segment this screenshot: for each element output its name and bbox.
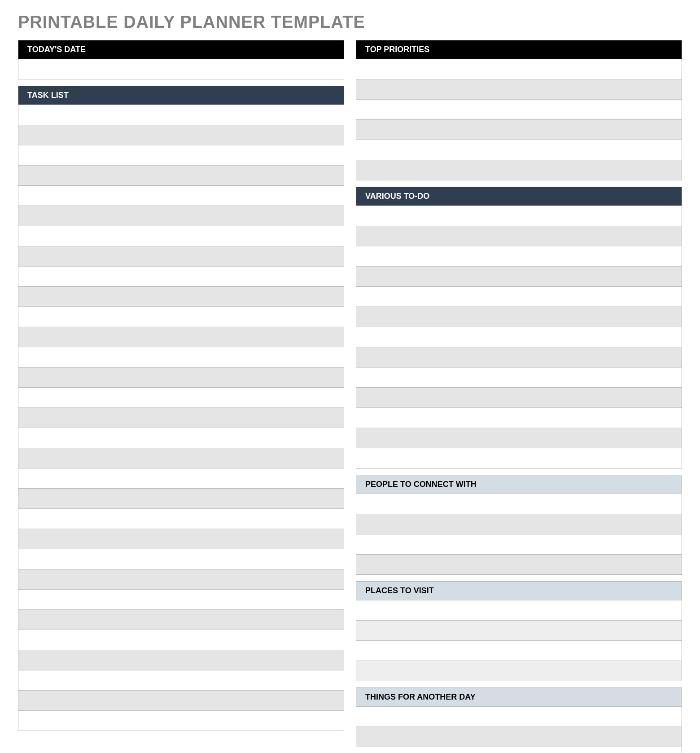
todo-row[interactable]	[356, 306, 682, 327]
todo-row[interactable]	[356, 206, 682, 226]
task-row[interactable]	[18, 105, 344, 125]
task-row[interactable]	[18, 286, 344, 306]
people-row[interactable]	[356, 514, 682, 534]
task-row[interactable]	[18, 246, 344, 266]
task-row[interactable]	[18, 508, 344, 529]
todo-row[interactable]	[356, 407, 682, 428]
task-row[interactable]	[18, 488, 344, 508]
people-row[interactable]	[356, 554, 682, 574]
priority-row[interactable]	[356, 79, 682, 99]
top-priorities-section: TOP PRIORITIES	[356, 40, 682, 180]
places-header: PLACES TO VISIT	[356, 582, 682, 600]
various-todo-header: VARIOUS TO-DO	[356, 187, 682, 206]
task-row[interactable]	[18, 266, 344, 286]
task-row[interactable]	[18, 448, 344, 468]
task-row[interactable]	[18, 589, 344, 609]
people-header: PEOPLE TO CONNECT WITH	[356, 475, 682, 494]
task-row[interactable]	[18, 549, 344, 569]
planner-page: PRINTABLE DAILY PLANNER TEMPLATE TODAY'S…	[0, 0, 700, 753]
todo-row[interactable]	[356, 246, 682, 266]
task-row[interactable]	[18, 306, 344, 327]
places-row[interactable]	[356, 661, 682, 681]
priority-row[interactable]	[356, 119, 682, 140]
todays-date-row[interactable]	[18, 59, 344, 79]
task-row[interactable]	[18, 710, 344, 731]
right-column: TOP PRIORITIES VARIOUS TO-DO	[356, 40, 682, 753]
task-row[interactable]	[18, 670, 344, 690]
task-list-header: TASK LIST	[18, 86, 344, 105]
places-row[interactable]	[356, 620, 682, 640]
left-column: TODAY'S DATE TASK LIST	[18, 40, 344, 753]
people-row[interactable]	[356, 494, 682, 514]
todays-date-header: TODAY'S DATE	[18, 40, 344, 59]
task-row[interactable]	[18, 468, 344, 488]
task-row[interactable]	[18, 145, 344, 165]
places-section: PLACES TO VISIT	[356, 581, 682, 681]
todo-row[interactable]	[356, 347, 682, 367]
task-row[interactable]	[18, 165, 344, 185]
todo-row[interactable]	[356, 266, 682, 286]
columns: TODAY'S DATE TASK LIST	[18, 40, 682, 753]
todo-row[interactable]	[356, 428, 682, 448]
todo-row[interactable]	[356, 367, 682, 387]
task-row[interactable]	[18, 650, 344, 670]
another-day-row[interactable]	[356, 727, 682, 747]
task-row[interactable]	[18, 407, 344, 428]
todo-row[interactable]	[356, 327, 682, 347]
task-row[interactable]	[18, 529, 344, 549]
various-todo-section: VARIOUS TO-DO	[356, 187, 682, 468]
todo-row[interactable]	[356, 286, 682, 306]
places-row[interactable]	[356, 640, 682, 661]
task-list-section: TASK LIST	[18, 86, 344, 731]
people-section: PEOPLE TO CONNECT WITH	[356, 475, 682, 575]
people-row[interactable]	[356, 534, 682, 554]
task-row[interactable]	[18, 609, 344, 630]
todays-date-section: TODAY'S DATE	[18, 40, 344, 79]
page-title: PRINTABLE DAILY PLANNER TEMPLATE	[18, 13, 682, 32]
task-row[interactable]	[18, 367, 344, 387]
priority-row[interactable]	[356, 99, 682, 119]
priority-row[interactable]	[356, 140, 682, 160]
todo-row[interactable]	[356, 448, 682, 468]
priority-row[interactable]	[356, 160, 682, 180]
task-row[interactable]	[18, 327, 344, 347]
task-row[interactable]	[18, 569, 344, 589]
task-row[interactable]	[18, 387, 344, 407]
places-row[interactable]	[356, 600, 682, 620]
todo-row[interactable]	[356, 226, 682, 246]
another-day-row[interactable]	[356, 706, 682, 727]
task-row[interactable]	[18, 690, 344, 710]
task-row[interactable]	[18, 206, 344, 226]
top-priorities-header: TOP PRIORITIES	[356, 40, 682, 59]
another-day-header: THINGS FOR ANOTHER DAY	[356, 688, 682, 706]
task-row[interactable]	[18, 347, 344, 367]
todo-row[interactable]	[356, 387, 682, 407]
task-row[interactable]	[18, 428, 344, 448]
task-row[interactable]	[18, 226, 344, 246]
task-row[interactable]	[18, 185, 344, 206]
task-row[interactable]	[18, 125, 344, 145]
another-day-row[interactable]	[356, 747, 682, 753]
another-day-section: THINGS FOR ANOTHER DAY	[356, 687, 682, 753]
priority-row[interactable]	[356, 59, 682, 79]
task-row[interactable]	[18, 630, 344, 650]
